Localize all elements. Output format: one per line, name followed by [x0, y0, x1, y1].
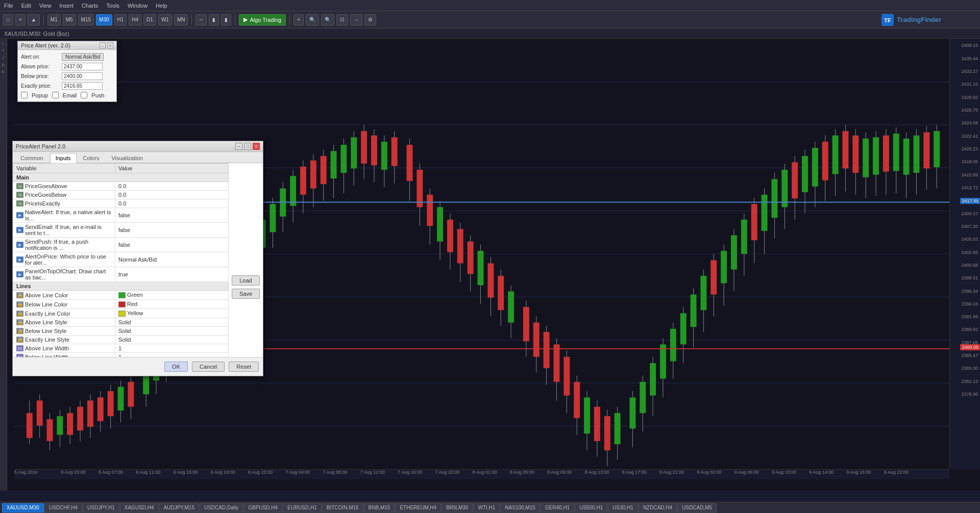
val-cell[interactable]: 1	[115, 353, 229, 357]
tab-bnb-m15[interactable]: BNB,M15	[364, 503, 395, 512]
menu-help[interactable]: Help	[156, 3, 167, 9]
tf-h4[interactable]: H4	[129, 14, 141, 25]
tab-eurusd-h1[interactable]: EURUSD,H1	[283, 503, 322, 512]
tab-us30-h1[interactable]: US30,H1	[608, 503, 638, 512]
tf-mn[interactable]: MN	[174, 14, 188, 25]
tab-xagusd-h4[interactable]: XAGUSD,H4	[120, 503, 159, 512]
tab-audjpy-m15[interactable]: AUDJPY,M15	[159, 503, 199, 512]
exactly-price-input[interactable]	[62, 82, 103, 90]
tab-usdcad-m5[interactable]: USDCAD,M5	[677, 503, 717, 512]
tab-brn-m30[interactable]: BRN,M30	[442, 503, 473, 512]
val-cell[interactable]: Solid	[115, 318, 229, 327]
tf-m15[interactable]: M15	[78, 14, 94, 25]
reset-btn[interactable]: Reset	[229, 362, 259, 372]
val-cell[interactable]: Normal Ask/Bid	[115, 252, 229, 267]
tf-h1[interactable]: H1	[114, 14, 127, 25]
left-tools: ← + ∕ A F	[0, 39, 7, 491]
menu-charts[interactable]: Charts	[82, 3, 98, 9]
fib-tool[interactable]: F	[2, 69, 5, 74]
above-price-input[interactable]	[62, 63, 103, 70]
val-cell[interactable]: 0.0	[115, 182, 229, 191]
tf-m5[interactable]: M5	[63, 14, 76, 25]
val-cell[interactable]: Red	[115, 300, 229, 309]
inputs-table-scroll[interactable]: Variable Value Main	[13, 163, 229, 357]
push-checkbox[interactable]	[81, 92, 87, 98]
text-tool[interactable]: A	[2, 62, 5, 67]
tab-wti-h1[interactable]: WTI,H1	[473, 503, 500, 512]
candle-chart-btn[interactable]: ▮	[221, 14, 231, 25]
tab-inputs[interactable]: Inputs	[50, 153, 77, 163]
tab-nas100-m15[interactable]: NAS100,M15	[500, 503, 540, 512]
val-cell[interactable]: false	[115, 208, 229, 223]
bar-chart-btn[interactable]: ▮	[209, 14, 219, 25]
tab-ger40-h1[interactable]: GER40,H1	[541, 503, 574, 512]
menu-view[interactable]: View	[39, 3, 52, 9]
tab-xauusd-m30[interactable]: XAUUSD,M30	[2, 503, 44, 512]
val-cell[interactable]: 1	[115, 344, 229, 353]
zoom-chart-btn[interactable]: 🔍	[306, 14, 319, 25]
algo-trading-btn[interactable]: ▶ Algo Trading	[239, 14, 286, 25]
crosshair-btn[interactable]: +	[293, 14, 304, 25]
new-chart-btn[interactable]: □	[3, 14, 13, 25]
val-cell[interactable]: Solid	[115, 327, 229, 336]
panel-maximize-btn[interactable]: □	[244, 143, 251, 150]
popup-checkbox[interactable]	[21, 92, 28, 98]
menu-window[interactable]: Window	[128, 3, 148, 9]
cancel-btn[interactable]: Cancel	[192, 362, 225, 372]
val-cell[interactable]: Yellow	[115, 309, 229, 318]
line-chart-btn[interactable]: ∼	[195, 14, 207, 25]
below-price-input[interactable]	[62, 72, 103, 80]
panel-close-btn[interactable]: ×	[253, 143, 260, 150]
menu-edit[interactable]: Edit	[21, 3, 31, 9]
tf-m30[interactable]: M30	[96, 14, 112, 25]
close-btn[interactable]: ×	[107, 42, 113, 48]
cursor-tool[interactable]: ←	[1, 41, 6, 46]
tf-w1[interactable]: W1	[158, 14, 172, 25]
tab-nzdcad-h4[interactable]: NZDCAD,H4	[639, 503, 677, 512]
minimize-btn[interactable]: –	[100, 42, 106, 48]
tab-usdcad-daily[interactable]: USDCAD,Daily	[200, 503, 243, 512]
indicators-btn[interactable]: ▲	[28, 14, 40, 25]
tab-colors[interactable]: Colors	[78, 153, 105, 163]
arrow-icon: ►	[16, 227, 23, 233]
val-cell[interactable]: true	[115, 267, 229, 282]
chart-settings-btn[interactable]: ⚙	[364, 14, 376, 25]
panel-titlebar[interactable]: PriceAlert Panel 2.0 – □ ×	[13, 141, 263, 152]
menu-insert[interactable]: Insert	[59, 3, 74, 9]
val-cell[interactable]: 0.0	[115, 191, 229, 199]
val-cell[interactable]: 0.0	[115, 199, 229, 208]
ok-btn[interactable]: OK	[164, 362, 188, 372]
menu-tools[interactable]: Tools	[106, 3, 119, 9]
tab-usdchf-h4[interactable]: USDCHF,H4	[44, 503, 82, 512]
zoom-out-btn[interactable]: 🔍	[321, 14, 334, 25]
panel-minimize-btn[interactable]: –	[235, 143, 242, 150]
tab-common[interactable]: Common	[15, 153, 49, 163]
tab-us500-h1[interactable]: US500,H1	[575, 503, 607, 512]
grid-btn[interactable]: ☷	[336, 14, 348, 25]
col-variable: Variable	[13, 164, 115, 173]
crosshair-tool[interactable]: +	[2, 48, 5, 53]
load-btn[interactable]: Load	[232, 275, 260, 286]
save-btn[interactable]: Save	[232, 289, 260, 299]
autoscroll-btn[interactable]: →	[350, 14, 362, 25]
val-cell[interactable]: false	[115, 223, 229, 238]
line-tool[interactable]: ∕	[3, 55, 4, 60]
alert-on-btn[interactable]: Normal Ask/Bid	[62, 53, 104, 61]
price-alert-titlebar[interactable]: Price Alert (ver. 2.0) – ×	[18, 41, 116, 50]
tab-ethereum-h4[interactable]: ETHEREUM,H4	[395, 503, 441, 512]
tab-usdjpy-h1[interactable]: USDJPY,H1	[83, 503, 119, 512]
svg-text:TF: TF	[885, 17, 892, 23]
tab-visualization[interactable]: Visualization	[106, 153, 149, 163]
var-cell: 01Above Line Width	[13, 344, 115, 353]
svg-rect-120	[594, 407, 600, 441]
email-checkbox[interactable]	[52, 92, 59, 98]
menu-file[interactable]: File	[4, 3, 13, 9]
zoom-in-btn[interactable]: +	[15, 14, 26, 25]
val-cell[interactable]: Green	[115, 291, 229, 300]
tab-bitcoin-m15[interactable]: BITCOIN,M15	[322, 503, 363, 512]
tf-d1[interactable]: D1	[143, 14, 156, 25]
val-cell[interactable]: false	[115, 238, 229, 252]
val-cell[interactable]: Solid	[115, 336, 229, 344]
tf-m1[interactable]: M1	[47, 14, 61, 25]
tab-gbpusd-h4[interactable]: GBPUSD,H4	[243, 503, 282, 512]
